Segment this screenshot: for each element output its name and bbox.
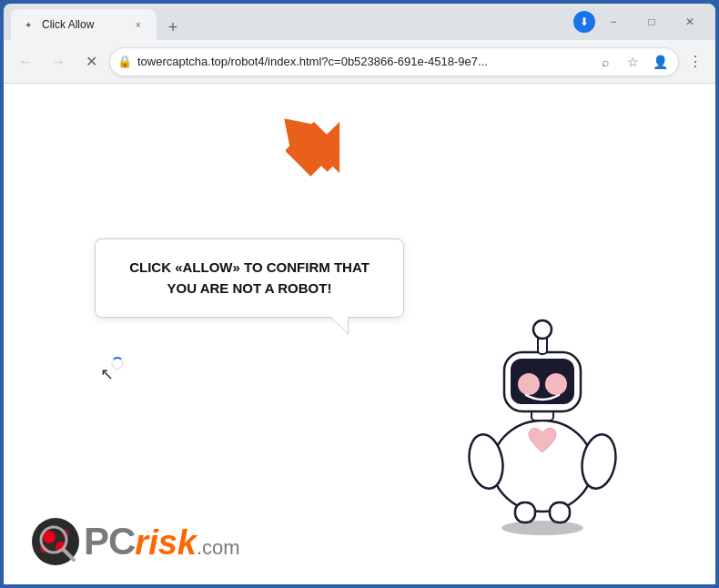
- close-button[interactable]: ✕: [672, 9, 708, 35]
- com-text: .com: [197, 536, 240, 560]
- forward-icon: →: [51, 54, 66, 70]
- address-bar[interactable]: 🔒 towercaptcha.top/robot4/index.html?c=0…: [109, 47, 679, 76]
- download-icon: ⬇: [573, 11, 595, 33]
- back-icon: ←: [18, 54, 33, 70]
- maximize-button[interactable]: □: [633, 9, 670, 35]
- bookmark-icon[interactable]: ☆: [622, 51, 643, 73]
- svg-rect-8: [550, 502, 570, 522]
- pc-text: PC: [84, 520, 135, 563]
- forward-button[interactable]: →: [44, 47, 73, 76]
- svg-rect-7: [515, 502, 535, 522]
- pcrisk-logo: PC risk .com: [31, 517, 240, 566]
- svg-point-14: [518, 373, 540, 395]
- tab-close-button[interactable]: ×: [131, 17, 146, 32]
- new-tab-button[interactable]: +: [160, 15, 186, 40]
- address-bar-icons: ⌕ ☆ 👤: [594, 51, 671, 73]
- navigation-bar: ← → ✕ 🔒 towercaptcha.top/robot4/index.ht…: [4, 40, 715, 84]
- tab-title: Click Allow: [42, 18, 124, 31]
- orange-arrow-indicator: [268, 102, 359, 197]
- pcrisk-icon: [31, 517, 80, 566]
- reload-button[interactable]: ✕: [76, 47, 106, 76]
- search-icon[interactable]: ⌕: [594, 51, 616, 73]
- lock-icon: 🔒: [117, 55, 132, 68]
- top-right-icons: ⬇: [573, 11, 595, 33]
- active-tab[interactable]: ✦ Click Allow ×: [11, 9, 157, 40]
- reload-icon: ✕: [86, 53, 97, 70]
- browser-menu-button[interactable]: ⋮: [683, 49, 708, 75]
- robot-illustration: [442, 284, 643, 539]
- speech-bubble-text: CLICK «ALLOW» TO CONFIRM THAT YOU ARE NO…: [117, 258, 381, 299]
- tab-bar: ✦ Click Allow × +: [11, 4, 573, 40]
- url-text: towercaptcha.top/robot4/index.html?c=0b5…: [137, 55, 589, 68]
- browser-window: ✦ Click Allow × + ⬇ − □ ✕ ← → ✕ 🔒: [4, 4, 715, 584]
- speech-bubble: CLICK «ALLOW» TO CONFIRM THAT YOU ARE NO…: [95, 238, 404, 318]
- svg-marker-2: [271, 106, 345, 179]
- profile-icon[interactable]: 👤: [649, 51, 671, 73]
- svg-point-3: [501, 521, 583, 535]
- svg-point-15: [545, 373, 567, 395]
- risk-text: risk: [135, 523, 197, 563]
- mouse-cursor: ↖: [100, 364, 114, 384]
- pcrisk-text-group: PC risk .com: [84, 520, 240, 563]
- minimize-button[interactable]: −: [595, 9, 632, 35]
- page-content: CLICK «ALLOW» TO CONFIRM THAT YOU ARE NO…: [4, 84, 715, 584]
- tab-favicon: ✦: [22, 18, 35, 31]
- back-button[interactable]: ←: [11, 47, 40, 76]
- window-controls: − □ ✕: [595, 9, 708, 35]
- title-bar: ✦ Click Allow × + ⬇ − □ ✕: [4, 4, 715, 40]
- svg-point-12: [533, 320, 552, 339]
